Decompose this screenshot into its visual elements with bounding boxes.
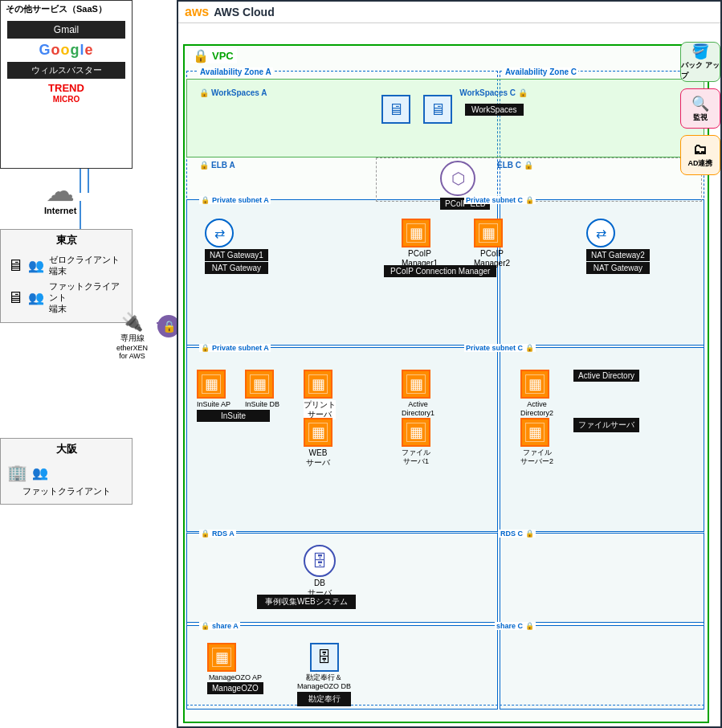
users-icon-3: 👥 [32,465,48,481]
file-server2-box: ▦ ファイルサーバー2 [520,418,553,466]
rds-c-label: RDS C 🔒 [499,530,536,538]
lock-icon-pc-mid: 🔒 [525,344,534,352]
file-server1-box: ▦ ファイルサーバ1 [402,418,430,466]
lock-icon-pa-top: 🔒 [201,196,210,204]
file-server1-label: ファイルサーバ1 [402,448,430,466]
print-server-label: プリントサーバ [304,400,336,419]
right-buttons: 🪣 バック アップ 🔍 監視 🗂 AD連携 [680,42,720,175]
vpc-icon: 🔒 [193,48,209,63]
active-directory1-icon: ▦ [402,370,430,399]
pcoip-manager1-icon: ▦ [402,219,430,247]
insuite-ap-icon: ▦ [197,370,226,399]
aws-logo: aws [185,5,209,19]
insuite-label: InSuite [197,410,270,422]
nat-gateway1-icon: ⇄ [205,219,234,247]
gmail-label: Gmail [7,21,125,39]
fat-client-label-osaka: ファットクライアント [1,485,132,497]
share-c-box [500,625,704,710]
dedicated-icon: 🔌 [116,312,148,333]
file-server-label: ファイルサーバ [573,418,639,432]
active-directory2-label: ActiveDirectory2 [520,400,553,418]
osaka-title: 大阪 [1,439,132,460]
monitor-icon: 🖥 [7,256,23,275]
kanjo-label: 勘定奉行 [297,692,351,706]
pcoip-manager2-icon: ▦ [474,219,503,247]
lock-icon-ws-a: 🔒 [199,88,209,97]
dedicated-sublabel: etherXENfor AWS [116,344,148,360]
internet-cloud-icon: ☁ [44,177,76,206]
virus-buster-label: ウィルスバスター [7,62,125,79]
manage-ozo-label: ManageOZO [207,682,263,694]
saas-panel: その他サービス（SaaS） Gmail Google ウィルスバスター TREN… [0,0,133,169]
private-a-mid-box [186,347,498,532]
pcoip-connection-label: PCoIP Connection Manager [384,265,496,277]
aws-cloud-label: AWS Cloud [214,6,274,18]
insuite-db-label: InSuite DB [245,400,279,408]
lock-icon-rds-a: 🔒 [201,530,210,538]
vpc-label: 🔒 VPC [190,48,237,63]
elb-a-label: 🔒 ELB A [199,161,235,170]
ad-label: AD連携 [688,158,713,169]
workspaces-icons-area: 🖥 🖥 WorkSpaces [381,95,524,124]
trend-micro-logo: TREND MICRO [7,82,125,104]
manage-ozo-db-box: 🗄 勘定奉行＆ManageOZO DB 勘定奉行 [297,643,351,706]
backup-button[interactable]: 🪣 バック アップ [680,42,720,82]
nat-gateway1-sublabel: NAT Gateway [205,262,268,274]
ws-icon-left: 🖥 [381,95,410,124]
ad-button[interactable]: 🗂 AD連携 [680,135,720,175]
az-a-label: Availability Zone A [198,67,273,76]
pcoip-elb-icon: ⬡ [440,161,475,196]
lock-icon-elb-c: 🔒 [524,161,533,170]
users-icon-2: 👥 [28,290,44,305]
aws-header: aws AWS Cloud [178,2,720,23]
lock-icon-pc-top: 🔒 [525,196,534,204]
db-server-box: 🗄 DBサーバ [304,545,336,598]
workspaces-a-label: 🔒 WorkSpaces A [199,88,267,97]
backup-label: バック アップ [681,60,720,81]
web-server-box: ▦ WEBサーバ [304,418,332,468]
private-a-mid-label: 🔒 Private subnet A [199,344,271,352]
share-a-label: 🔒 share A [199,622,240,630]
az-c-label: Availability Zone C [504,67,578,76]
workspaces-label: WorkSpaces [465,104,524,116]
ws-icon-a: 🖥 [381,95,410,124]
file-server2-label: ファイルサーバー2 [520,448,553,466]
users-icon-1: 👥 [28,258,44,273]
private-c-mid-label: Private subnet C 🔒 [464,344,536,352]
elb-zone-border [376,157,702,202]
zero-client-row: 🖥 👥 ゼロクライアント端末 [7,254,125,277]
file-server1-icon: ▦ [402,418,430,447]
file-server2-icon: ▦ [520,418,549,447]
fat-client-label-tokyo: ファットクライアント端末 [49,280,125,315]
active-directory-label: Active Directory [573,370,639,382]
lock-icon-rds-c: 🔒 [525,530,534,538]
nat-gateway2-label: NAT Gateway2 [586,249,650,261]
manage-ozo-ap-label: ManageOZO AP [207,673,263,681]
internet-box: ☁ Internet [44,177,76,215]
pcoip-manager1-box: ▦ PCoIPManager1 [402,219,438,268]
insuite-ap-box: ▦ InSuite AP [197,370,230,408]
nat-gateway1-box: ⇄ NAT Gateway1 NAT Gateway [205,219,268,274]
elb-c-label: ELB C 🔒 [497,161,533,170]
backup-icon: 🪣 [691,43,709,60]
dedicated-line-box: 🔌 専用線 etherXENfor AWS [116,312,148,360]
print-server-box: ▦ プリントサーバ [304,370,336,419]
active-directory1-label: ActiveDirectory1 [402,400,434,418]
monitor-icon-3: 🏢 [7,463,27,482]
active-directory1-box: ▦ ActiveDirectory1 [402,370,434,418]
tokyo-box: 東京 🖥 👥 ゼロクライアント端末 🖥 👥 ファットクライアント端末 [0,229,133,323]
fat-client-row-osaka: 🏢 👥 [7,463,125,482]
ad-icon: 🗂 [693,141,708,158]
saas-title: その他サービス（SaaS） [1,1,132,18]
private-a-top-label: 🔒 Private subnet A [199,196,271,204]
monitor-icon: 🔍 [691,95,709,112]
monitor-button[interactable]: 🔍 監視 [680,88,720,129]
manage-ozo-db-label: 勘定奉行＆ManageOZO DB [297,673,351,691]
manage-ozo-ap-icon: ▦ [207,643,236,672]
diagram-container: その他サービス（SaaS） Gmail Google ウィルスバスター TREN… [0,0,722,728]
db-system-label: 事例収集WEBシステム [257,595,356,609]
rds-c-box [500,533,704,623]
internet-label: Internet [44,206,76,215]
manage-ozo-ap-box: ▦ ManageOZO AP ManageOZO [207,643,263,694]
lock-icon-pa-mid: 🔒 [201,344,210,352]
